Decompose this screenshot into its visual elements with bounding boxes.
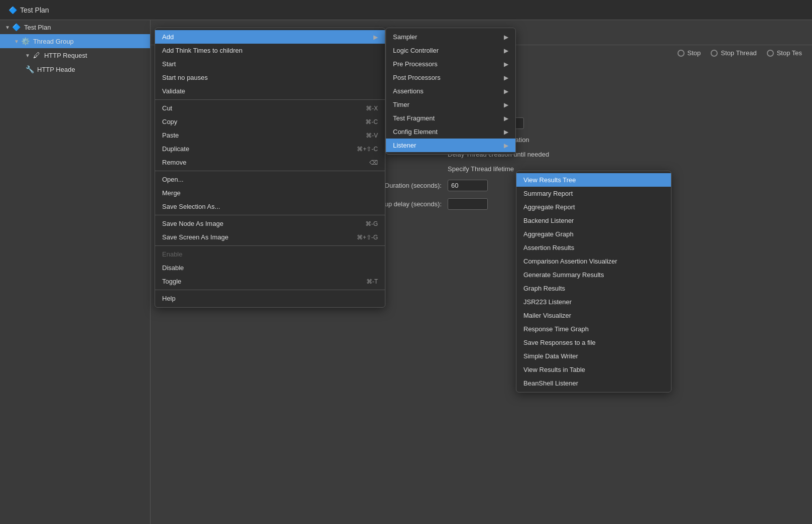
stop-test-radio[interactable] — [767, 50, 774, 57]
menu-item-paste[interactable]: Paste ⌘-V — [155, 128, 385, 142]
menu-item-add-think-times[interactable]: Add Think Times to children — [155, 44, 385, 57]
separator-3 — [155, 215, 385, 215]
sampler-arrow: ▶ — [504, 34, 508, 41]
menu-item-post-processors[interactable]: Post Processors ▶ — [386, 71, 515, 84]
menu-item-disable[interactable]: Disable — [155, 261, 385, 275]
menu-item-copy-label: Copy — [162, 118, 177, 125]
menu-item-duplicate[interactable]: Duplicate ⌘+⇧-C — [155, 142, 385, 156]
menu-item-listener-label: Listener — [393, 142, 416, 149]
duplicate-shortcut: ⌘+⇧-C — [357, 146, 378, 153]
menu-item-assertions-label: Assertions — [393, 87, 424, 95]
toggle-shortcut: ⌘-T — [366, 278, 378, 285]
menu-item-add-think-times-label: Add Think Times to children — [162, 47, 242, 54]
menu-item-merge[interactable]: Merge — [155, 186, 385, 200]
startup-input[interactable] — [448, 198, 488, 210]
menu-item-help-label: Help — [162, 295, 176, 302]
menu-item-help[interactable]: Help — [155, 292, 385, 305]
app-icon: 🔷 — [8, 6, 17, 15]
menu-item-start-label: Start — [162, 60, 176, 68]
menu-item-timer-label: Timer — [393, 101, 410, 108]
left-panel: ▼ 🔷 Test Plan ▼ ⚙️ Thread Group ▼ 🖊 HTTP… — [0, 20, 151, 524]
menu-item-assertion-results[interactable]: Assertion Results — [516, 241, 671, 254]
stop-label: Stop — [688, 49, 701, 57]
menu-item-backend-listener[interactable]: Backend Listener — [516, 214, 671, 227]
summary-report-label: Summary Report — [523, 190, 573, 197]
copy-shortcut: ⌘-C — [365, 118, 378, 125]
menu-item-paste-label: Paste — [162, 132, 179, 139]
toolbar-right: Stop Stop Thread Stop Tes — [667, 45, 812, 61]
timer-arrow: ▶ — [504, 101, 508, 108]
submenu-arrow-add: ▶ — [373, 34, 378, 41]
menu-item-generate-summary[interactable]: Generate Summary Results — [516, 268, 671, 282]
stop-test-option[interactable]: Stop Tes — [767, 49, 802, 57]
menu-item-sampler[interactable]: Sampler ▶ — [386, 30, 515, 44]
menu-item-toggle[interactable]: Toggle ⌘-T — [155, 275, 385, 288]
save-responses-label: Save Responses to a file — [523, 339, 596, 346]
menu-item-cut[interactable]: Cut ⌘-X — [155, 101, 385, 115]
tree-item-threadgroup[interactable]: ▼ ⚙️ Thread Group — [0, 34, 150, 48]
menu-item-start[interactable]: Start — [155, 57, 385, 71]
logic-arrow: ▶ — [504, 47, 508, 54]
menu-item-comparison-assertion[interactable]: Comparison Assertion Visualizer — [516, 254, 671, 268]
menu-item-save-node-image[interactable]: Save Node As Image ⌘-G — [155, 217, 385, 230]
save-screen-shortcut: ⌘+⇧-G — [357, 234, 378, 241]
stop-thread-radio[interactable] — [711, 50, 718, 57]
menu-item-test-fragment[interactable]: Test Fragment ▶ — [386, 111, 515, 125]
menu-item-sampler-label: Sampler — [393, 33, 417, 41]
separator-5 — [155, 290, 385, 290]
save-node-shortcut: ⌘-G — [365, 220, 378, 227]
arrow-icon-req: ▼ — [25, 53, 30, 58]
menu-item-listener[interactable]: Listener ▶ — [386, 139, 515, 152]
tree-item-testplan[interactable]: ▼ 🔷 Test Plan — [0, 20, 150, 34]
stop-thread-option[interactable]: Stop Thread — [711, 49, 756, 57]
jsr223-listener-label: JSR223 Listener — [523, 298, 572, 306]
menu-item-logic-label: Logic Controller — [393, 47, 439, 54]
listener-arrow: ▶ — [504, 142, 508, 149]
menu-item-fragment-label: Test Fragment — [393, 114, 435, 122]
menu-item-save-selection-as[interactable]: Save Selection As... — [155, 200, 385, 213]
menu-item-start-no-pauses-label: Start no pauses — [162, 74, 208, 81]
menu-item-add[interactable]: Add ▶ — [155, 30, 385, 44]
menu-item-validate-label: Validate — [162, 87, 185, 95]
httprequest-label: HTTP Request — [44, 52, 87, 59]
tree-item-httprequest[interactable]: ▼ 🖊 HTTP Request — [0, 48, 150, 62]
menu-item-aggregate-graph[interactable]: Aggregate Graph — [516, 227, 671, 241]
menu-item-save-responses[interactable]: Save Responses to a file — [516, 336, 671, 349]
menu-item-remove[interactable]: Remove ⌫ — [155, 156, 385, 169]
view-results-tree-label: View Results Tree — [523, 176, 576, 184]
menu-item-open[interactable]: Open... — [155, 173, 385, 186]
menu-item-summary-report[interactable]: Summary Report — [516, 187, 671, 200]
menu-item-timer[interactable]: Timer ▶ — [386, 98, 515, 111]
comparison-assertion-label: Comparison Assertion Visualizer — [523, 257, 617, 265]
menu-item-logic-controller[interactable]: Logic Controller ▶ — [386, 44, 515, 57]
menu-item-view-results-tree[interactable]: View Results Tree — [516, 173, 671, 187]
menu-item-simple-data-writer[interactable]: Simple Data Writer — [516, 349, 671, 363]
menu-item-view-results-table[interactable]: View Results in Table — [516, 363, 671, 376]
context-menu-2: Sampler ▶ Logic Controller ▶ Pre Process… — [385, 28, 516, 155]
menu-item-merge-label: Merge — [162, 189, 181, 197]
menu-item-aggregate-report[interactable]: Aggregate Report — [516, 200, 671, 214]
menu-item-graph-results[interactable]: Graph Results — [516, 282, 671, 295]
menu-item-pre-processors[interactable]: Pre Processors ▶ — [386, 57, 515, 71]
menu-item-config-element[interactable]: Config Element ▶ — [386, 125, 515, 139]
duration-input[interactable] — [448, 180, 488, 191]
menu-item-copy[interactable]: Copy ⌘-C — [155, 115, 385, 128]
menu-item-response-time-graph[interactable]: Response Time Graph — [516, 322, 671, 336]
menu-item-assertions[interactable]: Assertions ▶ — [386, 84, 515, 98]
menu-item-jsr223-listener[interactable]: JSR223 Listener — [516, 295, 671, 309]
assertions-arrow: ▶ — [504, 88, 508, 95]
simple-data-writer-label: Simple Data Writer — [523, 352, 578, 360]
menu-item-start-no-pauses[interactable]: Start no pauses — [155, 71, 385, 84]
tree-item-httpheader[interactable]: 🔧 HTTP Heade — [0, 62, 150, 76]
backend-listener-label: Backend Listener — [523, 217, 574, 224]
menu-item-validate[interactable]: Validate — [155, 84, 385, 98]
menu-item-beanshell-listener[interactable]: BeanShell Listener — [516, 376, 671, 390]
menu-item-save-screen-image[interactable]: Save Screen As Image ⌘+⇧-G — [155, 230, 385, 244]
config-arrow: ▶ — [504, 128, 508, 136]
separator-1 — [155, 99, 385, 100]
stop-radio[interactable] — [678, 50, 685, 57]
stop-option[interactable]: Stop — [678, 49, 701, 57]
menu-item-enable[interactable]: Enable — [155, 247, 385, 261]
threadgroup-label: Thread Group — [33, 38, 74, 45]
menu-item-mailer-visualizer[interactable]: Mailer Visualizer — [516, 309, 671, 322]
